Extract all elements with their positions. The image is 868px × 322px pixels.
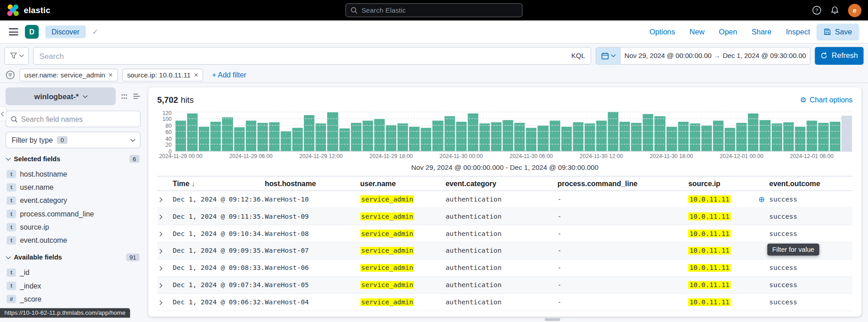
histogram-bar[interactable] — [783, 122, 794, 151]
field-search-input[interactable] — [21, 115, 135, 123]
filter-for-value-icon[interactable]: ⊕ — [758, 195, 765, 204]
table-row[interactable]: Dec 1, 2024 @ 09:08:33.000WareHost-06ser… — [157, 259, 853, 276]
available-fields-header[interactable]: Available fields 91 — [7, 254, 140, 261]
space-badge[interactable]: D — [25, 25, 39, 39]
histogram-bar[interactable] — [351, 123, 361, 151]
expand-row-icon[interactable] — [158, 300, 162, 305]
toolbar-link-open[interactable]: Open — [719, 28, 737, 36]
elastic-brand[interactable]: elastic — [7, 4, 51, 17]
table-row[interactable]: Dec 1, 2024 @ 09:07:34.000WareHost-05ser… — [157, 276, 853, 293]
field-item-process.command_line[interactable]: tprocess.command_line — [5, 207, 140, 220]
column-header-user-name[interactable]: user.name — [359, 176, 444, 191]
histogram-bar[interactable] — [561, 127, 572, 151]
date-from[interactable]: Nov 29, 2024 @ 00:00:00.00 — [624, 52, 711, 59]
histogram-bar[interactable] — [491, 122, 502, 151]
refresh-button[interactable]: Refresh — [815, 47, 864, 64]
toolbar-link-inspect[interactable]: Inspect — [786, 28, 810, 36]
expand-row-icon[interactable] — [158, 266, 162, 270]
histogram-bar[interactable] — [444, 116, 455, 151]
histogram-bar[interactable] — [678, 121, 689, 151]
sidebar-settings-icon[interactable] — [121, 93, 128, 100]
toolbar-link-options[interactable]: Options — [649, 28, 675, 36]
table-row[interactable]: Dec 1, 2024 @ 09:11:35.000WareHost-09ser… — [157, 208, 853, 225]
chart-options-button[interactable]: ⚙ Chart options — [800, 96, 853, 104]
column-header-event-category[interactable]: event.category — [444, 176, 556, 191]
menu-icon[interactable] — [9, 28, 19, 35]
saved-queries-button[interactable] — [5, 47, 29, 64]
expand-row-icon[interactable] — [158, 283, 162, 288]
field-item-host.hostname[interactable]: thost.hostname — [5, 167, 140, 180]
index-pattern-selector[interactable]: winlogbeat-* — [5, 87, 116, 105]
horizontal-scrollbar-thumb[interactable] — [545, 318, 560, 321]
user-avatar[interactable]: e — [848, 4, 861, 17]
filter-pill[interactable]: user.name: service_admin× — [19, 69, 118, 82]
table-row[interactable]: Dec 1, 2024 @ 09:10:34.000WareHost-08ser… — [157, 225, 853, 242]
histogram-bar[interactable] — [643, 114, 653, 151]
sort-desc-icon[interactable]: ↓ — [192, 180, 195, 187]
histogram-bar[interactable] — [304, 115, 314, 151]
help-icon[interactable]: ? — [812, 5, 822, 15]
histogram-bar[interactable] — [573, 122, 583, 151]
table-row[interactable]: Dec 1, 2024 @ 09:12:36.000WareHost-10ser… — [157, 191, 853, 208]
filter-options-icon[interactable] — [5, 70, 15, 80]
global-search-input[interactable] — [362, 6, 518, 14]
filter-pill[interactable]: source.ip: 10.0.11.11× — [122, 69, 203, 82]
field-item-source.ip[interactable]: tsource.ip — [5, 220, 140, 233]
histogram-bar[interactable] — [620, 121, 630, 151]
histogram-bar[interactable] — [409, 127, 420, 151]
column-header-event-outcome[interactable]: event.outcome — [768, 176, 853, 191]
histogram-bar[interactable] — [339, 129, 349, 151]
field-item-_index[interactable]: t_index — [5, 279, 140, 292]
histogram-bar[interactable] — [842, 116, 852, 151]
collapse-sidebar-button[interactable] — [0, 106, 7, 121]
column-header-process-command_line[interactable]: process.command_line — [556, 176, 687, 191]
histogram-bar[interactable] — [257, 123, 268, 151]
global-search[interactable] — [345, 3, 522, 17]
histogram-bar[interactable] — [211, 121, 221, 151]
histogram-bar[interactable] — [281, 131, 291, 151]
histogram-bar[interactable] — [795, 127, 805, 151]
add-filter-link[interactable]: + Add filter — [212, 71, 246, 79]
field-item-event.category[interactable]: tevent.category — [5, 194, 140, 207]
calendar-button[interactable] — [596, 47, 621, 64]
histogram-bar[interactable] — [269, 122, 280, 151]
field-item-_score[interactable]: #_score — [5, 292, 140, 305]
field-list-icon[interactable] — [133, 92, 140, 100]
histogram-bar[interactable] — [631, 123, 641, 151]
column-header-host-hostname[interactable]: host.hostname — [264, 176, 359, 191]
histogram-bar[interactable] — [514, 123, 525, 151]
field-item-event.outcome[interactable]: tevent.outcome — [5, 234, 140, 247]
filter-by-type-button[interactable]: Filter by type 0 — [5, 132, 140, 149]
column-header-Time[interactable]: Time↓ — [172, 176, 264, 191]
histogram-bar[interactable] — [666, 127, 677, 151]
histogram-bar[interactable] — [736, 123, 747, 151]
histogram-bar[interactable] — [374, 119, 385, 151]
query-input[interactable] — [39, 51, 567, 60]
date-to[interactable]: Dec 1, 2024 @ 09:30:00.00 — [723, 52, 806, 59]
selected-fields-header[interactable]: Selected fields 6 — [7, 155, 140, 163]
histogram-bar[interactable] — [655, 116, 665, 151]
notifications-icon[interactable] — [830, 6, 839, 15]
histogram-bar[interactable] — [818, 123, 829, 151]
toolbar-link-new[interactable]: New — [690, 28, 704, 36]
field-search[interactable] — [5, 111, 140, 127]
expand-row-icon[interactable] — [158, 197, 162, 202]
remove-filter-icon[interactable]: × — [108, 71, 112, 79]
table-row[interactable]: Dec 1, 2024 @ 09:06:32.000WareHost-04ser… — [157, 293, 853, 311]
field-item-_id[interactable]: t_id — [5, 266, 140, 279]
toolbar-link-share[interactable]: Share — [752, 28, 772, 36]
breadcrumb[interactable]: Discover — [45, 25, 86, 38]
save-button[interactable]: Save — [817, 24, 859, 40]
histogram-bar[interactable] — [830, 121, 840, 151]
histogram-bar[interactable] — [222, 117, 233, 151]
query-input-wrap[interactable]: KQL — [33, 47, 591, 64]
histogram-bar[interactable] — [199, 127, 209, 151]
expand-row-icon[interactable] — [158, 232, 162, 236]
table-row[interactable]: Dec 1, 2024 @ 09:09:35.000WareHost-07ser… — [157, 242, 853, 260]
remove-filter-icon[interactable]: × — [194, 71, 198, 79]
expand-row-icon[interactable] — [158, 249, 162, 254]
field-item-user.name[interactable]: tuser.name — [5, 180, 140, 193]
column-header-source-ip[interactable]: source.ip — [687, 176, 768, 191]
histogram-bar[interactable] — [456, 121, 466, 151]
kql-toggle[interactable]: KQL — [567, 52, 585, 59]
